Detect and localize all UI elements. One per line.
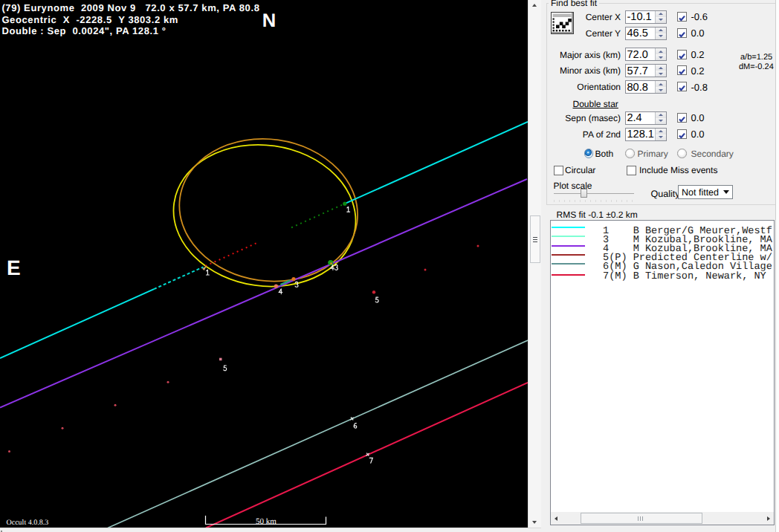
svg-text:N: N <box>262 10 276 31</box>
svg-text:Double : Sep 0.0024", PA 128.: Double : Sep 0.0024", PA 128.1 ° <box>1 25 166 36</box>
svg-text:(79) Eurynome 2009 Nov 9 72: (79) Eurynome 2009 Nov 9 72.0 x 57.7 km,… <box>1 2 259 13</box>
svg-text:Occult 4.0.8.3: Occult 4.0.8.3 <box>7 519 49 527</box>
svg-text:50 km: 50 km <box>256 517 277 526</box>
svg-text:E: E <box>7 256 21 279</box>
svg-text:Geocentric X -2228.5 Y 3803: Geocentric X -2228.5 Y 3803.2 km <box>1 14 178 25</box>
